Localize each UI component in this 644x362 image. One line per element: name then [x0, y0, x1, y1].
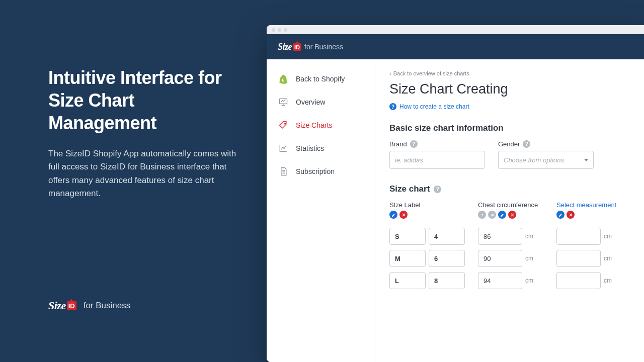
svg-point-1 [284, 123, 286, 124]
page-title: Size Chart Creating [389, 81, 635, 97]
tag-icon [278, 120, 289, 131]
svg-rect-3 [491, 215, 491, 216]
chart-icon[interactable] [488, 211, 496, 219]
chart-icon [278, 143, 289, 154]
document-icon [278, 166, 289, 177]
delete-icon[interactable] [399, 211, 408, 219]
hero-logo: Size ID for Business [48, 299, 130, 312]
chest-input[interactable] [478, 272, 522, 289]
help-icon[interactable]: ? [478, 211, 486, 219]
edit-icon[interactable] [498, 211, 506, 219]
logo-text-id: ID [67, 301, 76, 310]
gender-select[interactable]: Choose from options [498, 151, 594, 169]
sidebar-item-back-to-shopify[interactable]: Back to Shopify [267, 67, 375, 90]
help-link[interactable]: ? How to create a size chart [389, 103, 635, 110]
sidebar-item-label: Size Charts [296, 121, 332, 129]
presentation-icon [278, 97, 289, 108]
size-label2-input[interactable] [429, 272, 465, 289]
hero-title: Intuitive Interface for Size Chart Manag… [48, 66, 239, 134]
size-label2-input[interactable] [429, 250, 465, 267]
measurement-input[interactable] [556, 250, 601, 267]
size-label-input[interactable] [389, 228, 426, 245]
sidebar-item-label: Overview [296, 98, 325, 106]
unit-label: cm [604, 255, 612, 262]
delete-icon[interactable] [567, 211, 575, 219]
logo-suffix: for Business [304, 43, 343, 51]
brand-input[interactable] [389, 151, 485, 169]
section-title-basic: Basic size chart information [389, 123, 635, 133]
edit-icon[interactable] [389, 211, 397, 219]
traffic-light-icon [278, 28, 281, 32]
traffic-light-icon [284, 28, 287, 32]
app-window: Size ID for Business Back to Shopify Ove… [267, 25, 644, 362]
measurement-input[interactable] [556, 228, 601, 245]
help-icon[interactable]: ? [410, 140, 418, 148]
logo-text-size: Size [278, 42, 292, 52]
shopify-icon [278, 73, 289, 84]
gender-label: Gender ? [498, 140, 594, 148]
main-content: ‹ Back to overview of size charts Size C… [375, 59, 644, 362]
sidebar: Back to Shopify Overview Size Charts Sta… [267, 59, 375, 362]
column-header-size-label: SIze Label [389, 201, 465, 209]
unit-label: cm [604, 277, 612, 284]
column-header-chest: Chest circumference [478, 201, 543, 209]
delete-icon[interactable] [508, 211, 516, 219]
chevron-left-icon: ‹ [389, 70, 391, 76]
size-label-input[interactable] [389, 272, 426, 289]
size-label2-input[interactable] [429, 228, 465, 245]
sidebar-item-label: Statistics [296, 144, 324, 152]
hero-body: The SizeID Shopify App automatically com… [48, 147, 239, 200]
size-chart-grid: SIze Label Chest circumference ? [389, 201, 635, 289]
help-icon[interactable]: ? [434, 186, 441, 193]
unit-label: cm [525, 277, 533, 284]
unit-label: cm [604, 233, 612, 240]
logo-suffix: for Business [84, 301, 131, 311]
sidebar-item-subscription[interactable]: Subscription [267, 160, 375, 183]
chest-input[interactable] [478, 228, 522, 245]
logo-text-id: ID [293, 43, 301, 51]
sidebar-item-overview[interactable]: Overview [267, 90, 375, 114]
back-link[interactable]: ‹ Back to overview of size charts [389, 70, 635, 76]
svg-text:?: ? [481, 213, 483, 216]
chest-input[interactable] [478, 250, 522, 267]
sidebar-item-size-charts[interactable]: Size Charts [267, 114, 375, 137]
measurement-input[interactable] [556, 272, 601, 289]
column-header-select-measurement[interactable]: Select measurement [556, 201, 617, 209]
hero: Intuitive Interface for Size Chart Manag… [48, 66, 239, 200]
section-title-chart: Size chart ? [389, 184, 635, 194]
sidebar-item-statistics[interactable]: Statistics [267, 137, 375, 160]
help-icon[interactable]: ? [523, 140, 530, 148]
edit-icon[interactable] [556, 211, 565, 219]
sidebar-item-label: Back to Shopify [296, 75, 345, 83]
unit-label: cm [525, 233, 533, 240]
window-titlebar [267, 25, 644, 34]
chevron-down-icon [584, 159, 588, 161]
brand-label: Brand ? [389, 140, 485, 148]
app-header: Size ID for Business [267, 34, 644, 59]
help-icon: ? [389, 103, 396, 110]
traffic-light-icon [272, 28, 275, 32]
svg-rect-5 [493, 213, 493, 216]
unit-label: cm [525, 255, 533, 262]
logo-text-size: Size [48, 299, 66, 312]
size-label-input[interactable] [389, 250, 426, 267]
svg-rect-4 [492, 214, 492, 216]
sidebar-item-label: Subscription [296, 167, 335, 175]
